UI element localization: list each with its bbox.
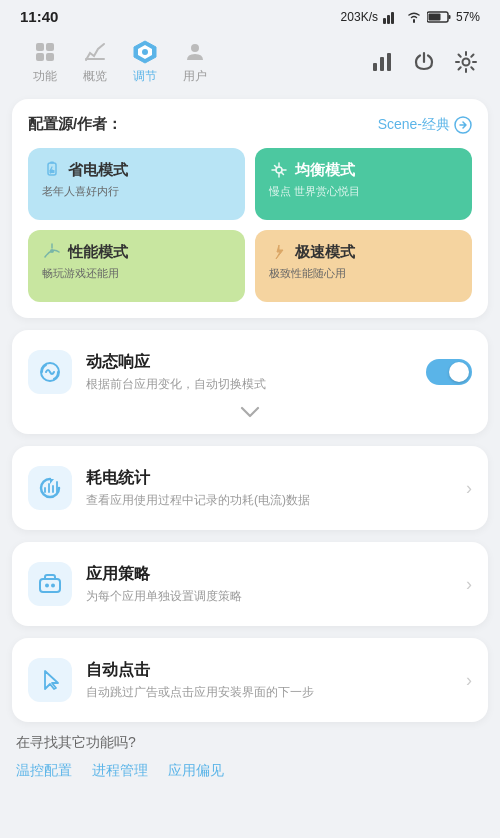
battery-icon [427, 10, 451, 24]
svg-point-18 [463, 59, 470, 66]
power-stats-title: 耗电统计 [86, 468, 452, 489]
auto-click-desc: 自动跳过广告或点击应用安装界面的下一步 [86, 684, 452, 701]
user-icon [182, 39, 208, 65]
config-link-text: Scene-经典 [378, 116, 450, 134]
tab-adjust[interactable]: 调节 [120, 35, 170, 89]
balance-mode-icon [269, 160, 289, 180]
power-stats-card[interactable]: 耗电统计 查看应用使用过程中记录的功耗(电流)数据 › [12, 446, 488, 530]
nav-actions [368, 48, 480, 76]
app-strategy-desc: 为每个应用单独设置调度策略 [86, 588, 452, 605]
power-stats-chevron-wrap: › [466, 478, 472, 499]
function-icon [32, 39, 58, 65]
svg-point-14 [191, 44, 199, 52]
app-strategy-card[interactable]: 应用策略 为每个应用单独设置调度策略 › [12, 542, 488, 626]
tab-overview-label: 概览 [83, 68, 107, 85]
svg-rect-17 [387, 53, 391, 71]
tab-user[interactable]: 用户 [170, 35, 220, 89]
bottom-links: 温控配置 进程管理 应用偏见 [16, 762, 484, 780]
mode-performance[interactable]: 性能模式 畅玩游戏还能用 [28, 230, 245, 302]
svg-point-33 [45, 584, 49, 588]
expand-area [28, 398, 472, 418]
bottom-link-thermal[interactable]: 温控配置 [16, 762, 72, 780]
bottom-link-process[interactable]: 进程管理 [92, 762, 148, 780]
power-save-mode-icon [42, 160, 62, 180]
auto-click-icon-wrap [28, 658, 72, 702]
app-strategy-title: 应用策略 [86, 564, 452, 585]
svg-line-28 [275, 166, 277, 168]
status-right: 203K/s 57% [341, 10, 480, 24]
dynamic-response-toggle[interactable] [426, 359, 472, 385]
dynamic-response-icon [37, 359, 63, 385]
settings-button[interactable] [452, 48, 480, 76]
config-link[interactable]: Scene-经典 [378, 116, 472, 134]
wifi-icon [406, 10, 422, 24]
config-card: 配置源/作者： Scene-经典 省电模 [12, 99, 488, 318]
turbo-name: 极速模式 [295, 243, 355, 262]
app-strategy-chevron-wrap: › [466, 574, 472, 595]
status-bar: 11:40 203K/s 57% [0, 0, 500, 29]
power-save-desc: 老年人喜好内行 [42, 184, 231, 198]
bottom-section: 在寻找其它功能吗? 温控配置 进程管理 应用偏见 [0, 722, 500, 800]
svg-rect-0 [383, 18, 386, 24]
tab-overview[interactable]: 概览 [70, 35, 120, 89]
app-strategy-chevron: › [466, 574, 472, 595]
balance-name: 均衡模式 [295, 161, 355, 180]
dynamic-response-toggle-wrap [426, 359, 472, 385]
performance-desc: 畅玩游戏还能用 [42, 266, 231, 280]
balance-desc: 慢点 世界赏心悦目 [269, 184, 458, 198]
auto-click-card[interactable]: 自动点击 自动跳过广告或点击应用安装界面的下一步 › [12, 638, 488, 722]
power-save-name: 省电模式 [68, 161, 128, 180]
svg-line-29 [281, 172, 283, 174]
dynamic-response-desc: 根据前台应用变化，自动切换模式 [86, 376, 412, 393]
dynamic-response-icon-wrap [28, 350, 72, 394]
svg-point-34 [51, 584, 55, 588]
adjust-icon [132, 39, 158, 65]
stats-button[interactable] [368, 48, 396, 76]
link-icon [454, 116, 472, 134]
overview-icon [82, 39, 108, 65]
tab-function-label: 功能 [33, 68, 57, 85]
turbo-desc: 极致性能随心用 [269, 266, 458, 280]
config-title: 配置源/作者： [28, 115, 122, 134]
expand-chevron[interactable] [240, 406, 260, 418]
svg-rect-6 [36, 43, 44, 51]
svg-point-13 [142, 49, 148, 55]
dynamic-response-card: 动态响应 根据前台应用变化，自动切换模式 [12, 330, 488, 434]
svg-rect-21 [50, 162, 54, 164]
main-content: 配置源/作者： Scene-经典 省电模 [0, 99, 500, 722]
app-strategy-text: 应用策略 为每个应用单独设置调度策略 [86, 564, 452, 605]
svg-rect-5 [428, 13, 440, 20]
auto-click-text: 自动点击 自动跳过广告或点击应用安装界面的下一步 [86, 660, 452, 701]
power-button[interactable] [410, 48, 438, 76]
tab-adjust-label: 调节 [133, 68, 157, 85]
signal-icon [383, 10, 401, 24]
svg-rect-10 [85, 58, 105, 60]
status-time: 11:40 [20, 8, 58, 25]
dynamic-response-title: 动态响应 [86, 352, 412, 373]
svg-rect-2 [391, 12, 394, 24]
svg-rect-20 [48, 163, 56, 175]
auto-click-chevron: › [466, 670, 472, 691]
svg-rect-8 [36, 53, 44, 61]
performance-mode-icon [42, 242, 62, 262]
app-strategy-icon-wrap [28, 562, 72, 606]
auto-click-title: 自动点击 [86, 660, 452, 681]
mode-turbo[interactable]: 极速模式 极致性能随心用 [255, 230, 472, 302]
auto-click-icon [37, 667, 63, 693]
battery-percent: 57% [456, 10, 480, 24]
power-stats-item: 耗电统计 查看应用使用过程中记录的功耗(电流)数据 › [28, 462, 472, 514]
power-stats-text: 耗电统计 查看应用使用过程中记录的功耗(电流)数据 [86, 468, 452, 509]
bottom-link-appbias[interactable]: 应用偏见 [168, 762, 224, 780]
tab-user-label: 用户 [183, 68, 207, 85]
top-nav: 功能 概览 调节 [0, 29, 500, 99]
svg-rect-1 [387, 15, 390, 24]
nav-tabs: 功能 概览 调节 [20, 35, 220, 89]
tab-function[interactable]: 功能 [20, 35, 70, 89]
mode-balance[interactable]: 均衡模式 慢点 世界赏心悦目 [255, 148, 472, 220]
mode-power-save[interactable]: 省电模式 老年人喜好内行 [28, 148, 245, 220]
power-stats-icon [37, 475, 63, 501]
bottom-title: 在寻找其它功能吗? [16, 734, 484, 752]
auto-click-item: 自动点击 自动跳过广告或点击应用安装界面的下一步 › [28, 654, 472, 706]
svg-rect-7 [46, 43, 54, 51]
svg-rect-16 [380, 57, 384, 71]
